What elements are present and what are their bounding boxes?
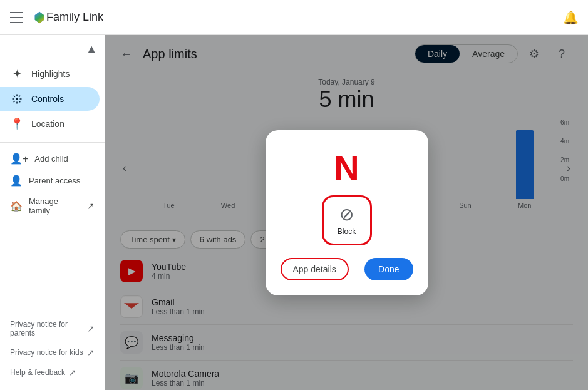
external-link-icon: ↗ [87, 201, 95, 211]
sidebar: ▲ ✦ Highlights Controls 📍 Location 👤+ Ad… [0, 35, 105, 390]
app-details-button[interactable]: App details [281, 258, 349, 280]
manage-family-icon: 🏠 [10, 200, 23, 212]
app-modal: N ⊘ Block App details Done [266, 130, 428, 295]
modal-actions: App details Done [281, 258, 413, 280]
sidebar-item-parent-access-label: Parent access [29, 176, 80, 185]
block-button[interactable]: ⊘ Block [322, 195, 372, 245]
sidebar-item-controls-label: Controls [31, 94, 64, 104]
block-icon: ⊘ [339, 204, 354, 225]
modal-overlay: N ⊘ Block App details Done [105, 35, 588, 390]
sidebar-item-highlights-label: Highlights [31, 69, 70, 79]
topbar: Family Link 🔔 [0, 0, 588, 35]
help-label: Help & feedback [10, 368, 65, 377]
block-label: Block [338, 227, 356, 236]
sidebar-item-parent-access[interactable]: 👤 Parent access [0, 170, 105, 192]
add-child-icon: 👤+ [10, 153, 28, 165]
privacy-kids-link[interactable]: Privacy notice for kids ↗ [0, 342, 105, 362]
location-icon: 📍 [10, 117, 24, 131]
parent-access-icon: 👤 [10, 175, 23, 187]
chevron-up-icon[interactable]: ▲ [86, 43, 97, 56]
highlights-icon: ✦ [10, 67, 24, 81]
privacy-kids-label: Privacy notice for kids [10, 348, 83, 357]
main-content: ← App limits Daily Average ⚙ ? Today, Ja… [105, 35, 588, 390]
help-link[interactable]: Help & feedback ↗ [0, 362, 105, 382]
ext-icon-1: ↗ [87, 324, 95, 334]
privacy-parents-label: Privacy notice for parents [10, 320, 83, 337]
app-title: Family Link [46, 11, 103, 24]
notifications-icon[interactable]: 🔔 [563, 10, 578, 25]
sidebar-item-highlights[interactable]: ✦ Highlights [0, 61, 100, 87]
svg-point-0 [16, 98, 18, 100]
sidebar-item-add-child-label: Add child [34, 154, 68, 163]
menu-icon[interactable] [10, 10, 25, 25]
privacy-parents-link[interactable]: Privacy notice for parents ↗ [0, 315, 105, 342]
controls-icon [10, 93, 24, 105]
done-button[interactable]: Done [364, 258, 413, 280]
ext-icon-2: ↗ [87, 347, 95, 357]
family-link-logo [33, 11, 46, 24]
sidebar-collapse-btn[interactable]: ▲ [0, 40, 105, 61]
ext-icon-3: ↗ [69, 367, 76, 377]
sidebar-item-add-child[interactable]: 👤+ Add child [0, 148, 105, 170]
sidebar-item-location-label: Location [31, 119, 64, 129]
netflix-logo: N [334, 150, 359, 185]
sidebar-item-manage-family[interactable]: 🏠 Manage family ↗ [0, 192, 105, 220]
sidebar-item-manage-family-label: Manage family [29, 197, 81, 215]
sidebar-item-controls[interactable]: Controls [0, 87, 100, 111]
sidebar-item-location[interactable]: 📍 Location [0, 111, 100, 137]
